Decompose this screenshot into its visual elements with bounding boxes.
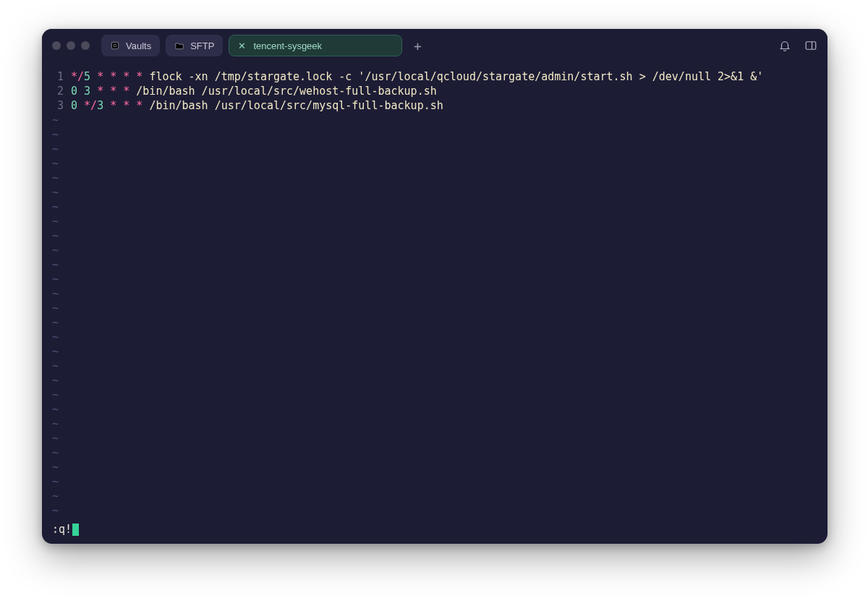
line-number: 2 (52, 84, 64, 98)
tab-active-label: tencent-sysgeek (253, 40, 322, 51)
empty-line-tilde: ~ (42, 359, 827, 373)
empty-line-tilde: ~ (42, 113, 827, 127)
empty-line-tilde: ~ (42, 228, 827, 243)
empty-line-tilde: ~ (42, 127, 827, 142)
vaults-pill[interactable]: Vaults (101, 35, 160, 56)
panel-icon[interactable] (804, 39, 817, 52)
empty-line-tilde: ~ (42, 402, 827, 417)
code-text: */5 * * * * flock -xn /tmp/stargate.lock… (71, 69, 763, 84)
zoom-dot[interactable] (81, 41, 90, 50)
empty-line-tilde: ~ (42, 489, 827, 503)
empty-line-tilde: ~ (42, 243, 827, 257)
empty-line-tilde: ~ (42, 214, 827, 228)
bell-icon[interactable] (778, 39, 791, 52)
empty-line-tilde: ~ (42, 200, 827, 214)
vim-command-line[interactable]: :q! (52, 522, 79, 537)
code-line: 30 */3 * * * /bin/bash /usr/local/src/my… (42, 98, 827, 113)
empty-line-tilde: ~ (42, 388, 827, 402)
empty-line-tilde: ~ (42, 272, 827, 286)
empty-line-tilde: ~ (42, 417, 827, 431)
empty-line-tilde: ~ (42, 503, 827, 518)
titlebar: Vaults SFTP ✕ tencent-sysgeek + (42, 29, 827, 62)
code-text: 0 3 * * * /bin/bash /usr/local/src/wehos… (71, 84, 437, 98)
terminal-window: Vaults SFTP ✕ tencent-sysgeek + 1*/5 * *… (42, 29, 827, 544)
vaults-label: Vaults (126, 40, 151, 51)
empty-line-tilde: ~ (42, 185, 827, 200)
empty-line-tilde: ~ (42, 156, 827, 171)
empty-line-tilde: ~ (42, 171, 827, 185)
empty-line-tilde: ~ (42, 315, 827, 330)
close-dot[interactable] (52, 41, 61, 50)
minimize-dot[interactable] (67, 41, 75, 50)
svg-rect-2 (806, 42, 816, 50)
editor-area[interactable]: 1*/5 * * * * flock -xn /tmp/stargate.loc… (42, 62, 827, 544)
line-number: 3 (52, 98, 64, 113)
empty-line-tilde: ~ (42, 344, 827, 359)
empty-line-tilde: ~ (42, 474, 827, 489)
close-icon[interactable]: ✕ (238, 41, 246, 51)
cursor (72, 524, 79, 536)
traffic-lights (52, 41, 90, 50)
empty-line-tilde: ~ (42, 431, 827, 445)
code-line: 1*/5 * * * * flock -xn /tmp/stargate.loc… (42, 69, 827, 84)
sftp-label: SFTP (190, 40, 214, 51)
empty-line-tilde: ~ (42, 445, 827, 460)
vaults-icon (110, 40, 120, 51)
new-tab-button[interactable]: + (408, 36, 427, 55)
svg-point-1 (114, 44, 116, 47)
empty-line-tilde: ~ (42, 373, 827, 388)
vim-command-text: :q! (52, 522, 72, 537)
tab-active[interactable]: ✕ tencent-sysgeek (229, 35, 402, 56)
empty-line-tilde: ~ (42, 257, 827, 272)
empty-line-tilde: ~ (42, 330, 827, 344)
empty-line-tilde: ~ (42, 301, 827, 315)
line-number: 1 (52, 69, 64, 84)
sftp-pill[interactable]: SFTP (166, 35, 223, 56)
empty-line-tilde: ~ (42, 460, 827, 474)
code-text: 0 */3 * * * /bin/bash /usr/local/src/mys… (71, 98, 443, 113)
code-line: 20 3 * * * /bin/bash /usr/local/src/weho… (42, 84, 827, 98)
folder-icon (174, 40, 184, 51)
empty-line-tilde: ~ (42, 286, 827, 301)
empty-line-tilde: ~ (42, 142, 827, 156)
